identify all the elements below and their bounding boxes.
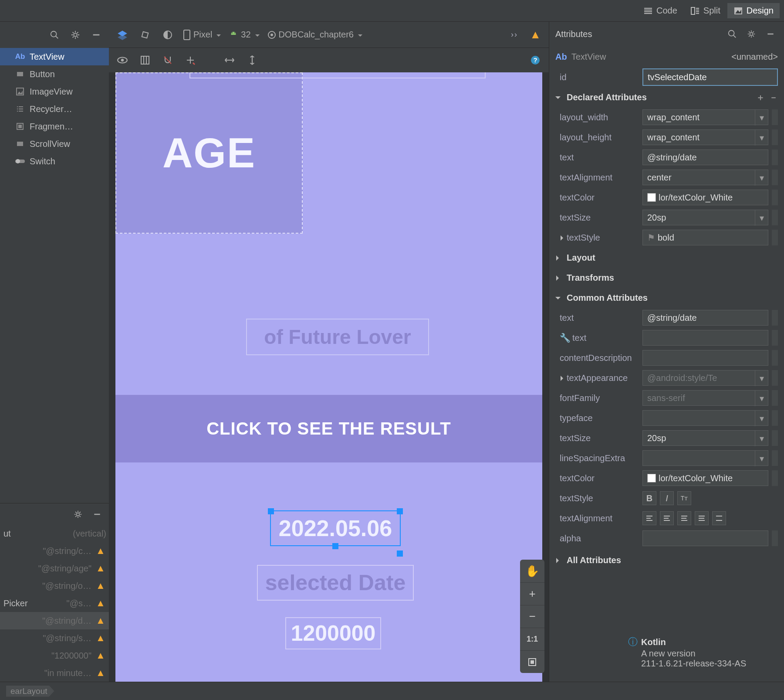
visibility-icon[interactable] bbox=[115, 53, 130, 68]
attr-field-lineSpacingExtra[interactable]: ▾ bbox=[642, 450, 768, 466]
dropdown-icon[interactable]: ▾ bbox=[755, 391, 768, 406]
zoom-out-button[interactable]: − bbox=[520, 605, 544, 628]
layers-icon[interactable] bbox=[115, 27, 130, 42]
gear-icon[interactable] bbox=[744, 27, 759, 41]
resize-handle[interactable] bbox=[397, 550, 403, 557]
attr-field-text[interactable]: @string/date bbox=[642, 150, 768, 165]
minimize-icon[interactable] bbox=[89, 27, 104, 42]
add-attribute-icon[interactable]: ＋ bbox=[756, 92, 765, 103]
pan-button[interactable]: ✋ bbox=[520, 560, 544, 582]
rotate-icon[interactable] bbox=[138, 27, 152, 42]
expand-vertical-icon[interactable] bbox=[245, 53, 260, 68]
theme-icon[interactable] bbox=[160, 27, 175, 42]
tree-row[interactable]: "@string/c…▲ bbox=[0, 542, 109, 560]
help-icon[interactable]: ? bbox=[528, 53, 543, 68]
attr-field-typeface[interactable]: ▾ bbox=[642, 410, 768, 426]
tab-split[interactable]: Split bbox=[684, 3, 727, 18]
attr-field-text[interactable]: @string/date bbox=[642, 310, 768, 326]
tree-row[interactable]: "@string/o…▲ bbox=[0, 577, 109, 595]
zoom-reset-button[interactable]: 1:1 bbox=[520, 628, 544, 650]
align-button[interactable] bbox=[677, 511, 691, 525]
palette-item-imageview[interactable]: ImageView bbox=[0, 83, 109, 100]
kotlin-update-toast[interactable]: ⓘKotlin A new version 211-1.6.21-release… bbox=[624, 631, 781, 673]
section-common[interactable]: Common Attributes bbox=[549, 288, 784, 308]
tree-row[interactable]: "@string/age"▲ bbox=[0, 560, 109, 577]
dropdown-icon[interactable]: ▾ bbox=[755, 431, 768, 446]
tab-design[interactable]: Design bbox=[727, 3, 780, 18]
attr-field-alpha[interactable] bbox=[642, 530, 768, 546]
dropdown-icon[interactable]: ▾ bbox=[755, 370, 768, 386]
preview-selected-date-label[interactable]: selected Date bbox=[257, 565, 414, 601]
section-all[interactable]: All Attributes bbox=[549, 550, 784, 570]
api-selector[interactable]: 32 bbox=[229, 30, 259, 40]
italic-button[interactable]: I bbox=[660, 491, 674, 505]
attr-field-layout_width[interactable]: wrap_content▾ bbox=[642, 109, 768, 125]
attr-field-textAppearance[interactable]: @android:style/Te▾ bbox=[642, 370, 768, 386]
gear-icon[interactable] bbox=[68, 27, 83, 42]
bold-button[interactable]: B bbox=[642, 491, 656, 505]
tree-row[interactable]: "1200000"▲ bbox=[0, 647, 109, 664]
expand-horizontal-icon[interactable] bbox=[222, 53, 237, 68]
section-layout[interactable]: Layout bbox=[549, 248, 784, 268]
palette-item-fragmen[interactable]: Fragmen… bbox=[0, 118, 109, 135]
dropdown-icon[interactable]: ▾ bbox=[755, 210, 768, 226]
allcaps-button[interactable]: Tᴛ bbox=[677, 491, 691, 505]
preview-button[interactable]: CLICK TO SEE THE RESULT bbox=[115, 395, 542, 462]
attr-field-textSize[interactable]: 20sp▾ bbox=[642, 210, 768, 225]
preview-selected-date-value[interactable]: 2022.05.06 bbox=[270, 510, 401, 546]
resize-handle[interactable] bbox=[332, 543, 338, 549]
gear-icon[interactable] bbox=[71, 507, 85, 522]
tree-row[interactable]: "@string/d…▲ bbox=[0, 612, 109, 629]
attr-field-text[interactable] bbox=[642, 330, 768, 346]
dropdown-icon[interactable]: ▾ bbox=[755, 130, 768, 146]
align-button[interactable] bbox=[660, 511, 674, 525]
attr-field-textAlignment[interactable]: center▾ bbox=[642, 170, 768, 185]
tree-row[interactable]: Picker"@s…▲ bbox=[0, 595, 109, 612]
align-button[interactable] bbox=[642, 511, 656, 525]
attr-field-textColor[interactable]: lor/textColor_White bbox=[642, 190, 768, 205]
minimize-icon[interactable] bbox=[90, 507, 105, 522]
dropdown-icon[interactable]: ▾ bbox=[755, 110, 768, 126]
zoom-in-button[interactable]: + bbox=[520, 582, 544, 605]
tab-code[interactable]: Code bbox=[637, 3, 683, 18]
attr-field-textStyle[interactable]: ⚑bold bbox=[642, 230, 768, 245]
preview-minutes-value[interactable]: 1200000 bbox=[285, 617, 381, 649]
palette-item-button[interactable]: Button bbox=[0, 65, 109, 83]
attr-field-textSize[interactable]: 20sp▾ bbox=[642, 430, 768, 446]
dropdown-icon[interactable]: ▾ bbox=[755, 411, 768, 426]
section-declared[interactable]: Declared Attributes ＋ － bbox=[549, 87, 784, 107]
attr-field-contentDescription[interactable] bbox=[642, 350, 768, 366]
device-selector[interactable]: Pixel bbox=[183, 29, 221, 41]
palette-item-switch[interactable]: Switch bbox=[0, 153, 109, 170]
tree-row[interactable]: "@string/s…▲ bbox=[0, 629, 109, 647]
tree-row[interactable]: "in minute…▲ bbox=[0, 664, 109, 682]
grid-icon[interactable] bbox=[138, 53, 152, 68]
warning-icon[interactable]: ▲ bbox=[528, 27, 543, 42]
preview-subtitle-box[interactable]: of Future Lover bbox=[246, 319, 429, 355]
id-input[interactable]: tvSelectedDate bbox=[642, 68, 778, 86]
attr-field-fontFamily[interactable]: sans-serif▾ bbox=[642, 390, 768, 406]
section-transforms[interactable]: Transforms bbox=[549, 268, 784, 288]
dropdown-icon[interactable]: ▾ bbox=[755, 451, 768, 466]
overflow-icon[interactable]: ›› bbox=[507, 27, 522, 42]
dropdown-icon[interactable]: ▾ bbox=[755, 170, 768, 186]
attr-field-textColor[interactable]: lor/textColor_White bbox=[642, 470, 768, 486]
resize-handle[interactable] bbox=[268, 508, 274, 514]
remove-attribute-icon[interactable]: － bbox=[769, 92, 778, 103]
attr-field-layout_height[interactable]: wrap_content▾ bbox=[642, 129, 768, 145]
theme-selector[interactable]: DOBCalc_chapter6 bbox=[267, 30, 362, 40]
magnet-off-icon[interactable] bbox=[160, 53, 175, 68]
resize-handle[interactable] bbox=[397, 508, 403, 514]
minimize-icon[interactable] bbox=[763, 27, 778, 41]
palette-item-scrollview[interactable]: ScrollView bbox=[0, 135, 109, 153]
preview-age-box[interactable]: AGE bbox=[115, 72, 303, 234]
palette-item-recycler[interactable]: Recycler… bbox=[0, 100, 109, 118]
align-button[interactable] bbox=[712, 511, 726, 525]
search-icon[interactable] bbox=[725, 27, 740, 41]
breadcrumb-chip[interactable]: earLayout bbox=[6, 686, 54, 697]
align-button[interactable] bbox=[695, 511, 709, 525]
clear-constraints-icon[interactable] bbox=[183, 53, 198, 68]
search-icon[interactable] bbox=[47, 27, 62, 42]
zoom-fit-button[interactable] bbox=[520, 650, 544, 673]
palette-item-textview[interactable]: AbTextView bbox=[0, 48, 109, 65]
